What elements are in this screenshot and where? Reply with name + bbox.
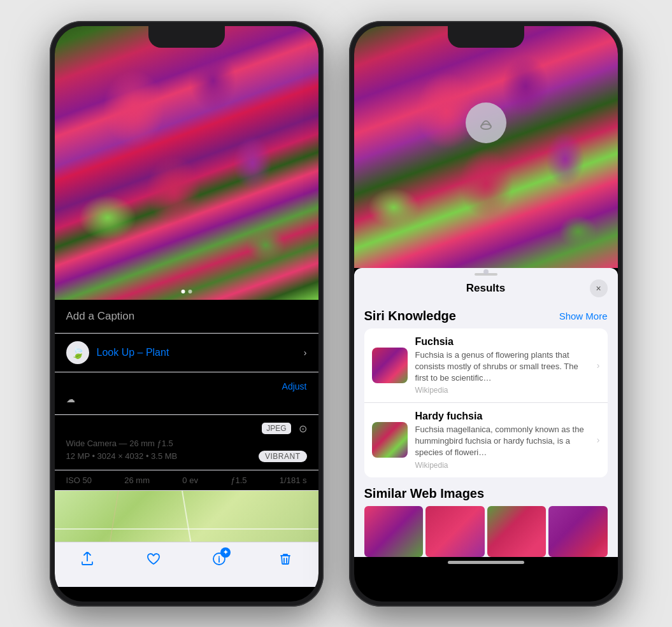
leaf-icon: 🍃: [71, 346, 85, 360]
lookup-row[interactable]: 🍃 Look Up – Plant ›: [55, 334, 318, 372]
similar-title: Similar Web Images: [364, 486, 608, 501]
similar-images-row: [364, 506, 608, 557]
map-area: [55, 491, 318, 542]
card-thumb-fuchsia: [372, 348, 408, 383]
mp-text: 12 MP • 3024 × 4032 • 3.5 MB: [66, 451, 178, 461]
svg-line-1: [182, 491, 195, 542]
lookup-icon-circle: 🍃: [66, 341, 89, 364]
notch-right: [448, 26, 524, 48]
siri-knowledge-title: Siri Knowledge: [364, 309, 456, 323]
dot-indicator: [181, 290, 192, 293]
cloud-icon: ☁: [66, 394, 75, 404]
caption-area[interactable]: Add a Caption: [55, 300, 318, 334]
results-content: Siri Knowledge Show More Fuchsia Fuchsia…: [354, 301, 618, 557]
home-bar-right: [448, 561, 524, 564]
exif-aperture: ƒ1.5: [231, 476, 247, 485]
device-row: Apple iPhone 13 Pro JPEG ⊙ Wide Camera —…: [55, 415, 318, 470]
knowledge-card-hardy[interactable]: Hardy fuchsia Fuchsia magellanica, commo…: [364, 403, 608, 477]
date-text: Monday • May 30, 2022 • 9:23 AM: [66, 381, 201, 391]
results-title: Results: [466, 282, 505, 295]
similar-section: Similar Web Images: [364, 486, 608, 557]
results-close-button[interactable]: ×: [590, 279, 608, 297]
info-badge-dot: ✦: [220, 547, 231, 558]
caption-placeholder[interactable]: Add a Caption: [66, 310, 135, 322]
results-sheet: Results × Siri Knowledge Show More: [354, 268, 618, 557]
siri-knowledge-header: Siri Knowledge Show More: [364, 309, 608, 323]
similar-img-4[interactable]: [548, 506, 608, 557]
card-content-hardy: Hardy fuchsia Fuchsia magellanica, commo…: [415, 411, 589, 470]
device-name: Apple iPhone 13 Pro: [66, 423, 154, 434]
camera-specs: Wide Camera — 26 mm ƒ1.5: [66, 439, 307, 448]
card-title-fuchsia: Fuchsia: [415, 336, 589, 348]
results-header: Results ×: [354, 276, 618, 301]
exif-row: ISO 50 26 mm 0 ev ƒ1.5 1/181 s: [55, 470, 318, 491]
show-more-button[interactable]: Show More: [559, 311, 608, 321]
flower-photo-right: [354, 26, 618, 268]
knowledge-card-fuchsia[interactable]: Fuchsia Fuchsia is a genus of flowering …: [364, 328, 608, 404]
lookup-chevron: ›: [304, 348, 307, 358]
card-source-fuchsia: Wikipedia: [415, 386, 589, 395]
svg-point-3: [481, 124, 491, 129]
filename-text: IMG_4241: [79, 394, 120, 404]
similar-img-3[interactable]: [487, 506, 547, 557]
lookup-label: Look Up – Plant: [97, 347, 169, 358]
exif-ev: 0 ev: [182, 476, 198, 485]
card-thumb-hardy: [372, 422, 408, 458]
info-button[interactable]: ✦: [210, 550, 228, 568]
dot-1: [188, 290, 192, 293]
exif-focal: 26 mm: [124, 476, 150, 485]
siri-visual-search-bubble: [466, 102, 506, 143]
exif-iso: ISO 50: [66, 476, 92, 485]
card-desc-hardy: Fuchsia magellanica, commonly known as t…: [415, 424, 589, 459]
card-chevron-hardy: ›: [597, 435, 600, 445]
favorite-button[interactable]: [145, 550, 162, 568]
notch: [148, 26, 225, 48]
similar-img-1[interactable]: [364, 506, 424, 557]
exif-shutter: 1/181 s: [280, 476, 307, 485]
lens-icon: ⊙: [299, 423, 307, 435]
similar-img-2[interactable]: [425, 506, 485, 557]
format-badge: JPEG: [262, 423, 290, 434]
left-phone: Add a Caption 🍃 Look Up – Plant › Monday…: [50, 21, 324, 607]
card-content-fuchsia: Fuchsia Fuchsia is a genus of flowering …: [415, 336, 589, 395]
adjust-btn[interactable]: Adjust: [282, 381, 307, 391]
card-chevron-fuchsia: ›: [597, 360, 600, 370]
delete-button[interactable]: [276, 550, 294, 568]
toolbar-left: ✦: [55, 542, 318, 587]
siri-dot: [483, 269, 489, 274]
svg-line-2: [106, 491, 118, 542]
flower-photo-left: [55, 26, 318, 300]
vibrant-badge: VIBRANT: [259, 451, 307, 462]
card-desc-fuchsia: Fuchsia is a genus of flowering plants t…: [415, 349, 589, 384]
home-bar-left: [148, 591, 225, 594]
card-source-hardy: Wikipedia: [415, 461, 589, 470]
card-title-hardy: Hardy fuchsia: [415, 411, 589, 422]
date-row: Monday • May 30, 2022 • 9:23 AM Adjust ☁…: [55, 372, 318, 415]
right-phone: Results × Siri Knowledge Show More: [349, 21, 623, 607]
dot-active: [181, 290, 185, 293]
knowledge-cards: Fuchsia Fuchsia is a genus of flowering …: [364, 328, 608, 477]
share-button[interactable]: [78, 550, 96, 568]
